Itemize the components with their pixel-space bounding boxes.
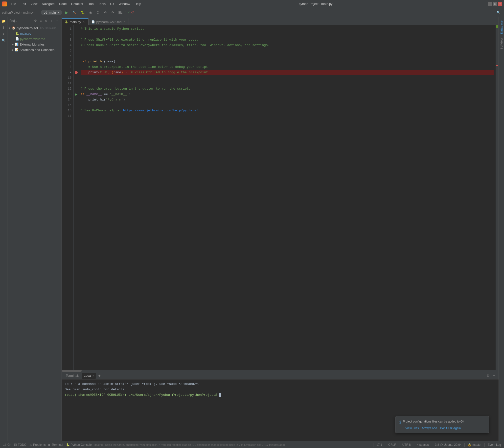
gutter-line-6 xyxy=(74,53,79,59)
project-tool-button[interactable]: 📁 xyxy=(1,18,6,24)
maximize-button[interactable]: □ xyxy=(493,2,497,6)
horizontal-scrollbar[interactable] xyxy=(62,370,499,372)
minimize-button[interactable]: — xyxy=(488,2,492,6)
tree-item-pycharm-wsl2-md[interactable]: 📄 pycharm-wsl2.md xyxy=(7,36,62,42)
encoding[interactable]: UTF-8 xyxy=(401,443,412,447)
breakpoint-indicator[interactable] xyxy=(75,71,78,74)
status-bar: ⎇ Git ☑ TODO ⚠ Problems ▶ Terminal 🐍 Pyt… xyxy=(0,441,504,448)
git-label: Git: xyxy=(118,11,123,14)
event-log-button[interactable]: Event Log xyxy=(487,443,502,447)
close-button[interactable]: × xyxy=(498,2,502,6)
menu-edit[interactable]: Edit xyxy=(19,1,28,7)
gutter-line-14 xyxy=(74,97,79,102)
branch-name: main xyxy=(49,11,56,14)
run-button[interactable]: ▶ xyxy=(64,9,69,16)
project-locate-button[interactable]: ⊕ xyxy=(44,18,49,23)
git-status-label: Git xyxy=(7,443,11,447)
project-panel-header: Proj... ⚙ ≡ ⊕ ↕ − xyxy=(7,17,62,24)
todo-tool-button[interactable]: ☑ TODO xyxy=(13,441,27,448)
always-add-button[interactable]: Always Add xyxy=(422,426,437,430)
terminal-tab-close[interactable]: × xyxy=(92,374,94,377)
find-tool-button[interactable]: 🔍 xyxy=(1,38,6,43)
branch-icon: ⎇ xyxy=(44,11,47,14)
cursor-position[interactable]: 17:1 xyxy=(375,443,383,447)
menu-help[interactable]: Help xyxy=(133,1,143,7)
terminal-tool-button[interactable]: ▶ Terminal xyxy=(47,441,64,448)
terminal-icon: ▶ xyxy=(48,443,51,447)
gutter-line-9[interactable] xyxy=(74,70,79,75)
terminal-minimize-button[interactable]: − xyxy=(492,373,497,378)
git-tool-button[interactable]: ⎇ Git xyxy=(2,441,12,448)
build-button[interactable]: 🔨 xyxy=(71,9,78,16)
code-content[interactable]: # This is a sample Python script. # Pres… xyxy=(79,25,496,370)
menu-code[interactable]: Code xyxy=(57,1,69,7)
menu-run[interactable]: Run xyxy=(86,1,96,7)
gutter-line-13[interactable]: ▶ xyxy=(74,92,79,97)
undo-button[interactable]: ↶ xyxy=(103,9,108,16)
gutter-line-17 xyxy=(74,113,79,119)
git-branch-selector[interactable]: ⎇ main ▾ xyxy=(41,10,62,15)
titlebar: File Edit View Navigate Code Refactor Ru… xyxy=(0,0,504,8)
menu-navigate[interactable]: Navigate xyxy=(40,1,56,7)
coverage-button[interactable]: ◉ xyxy=(88,9,93,16)
menu-window[interactable]: Window xyxy=(117,1,132,7)
root-expand-arrow: ▼ xyxy=(8,27,11,29)
terminal-settings-button[interactable]: ⚙ xyxy=(486,373,491,378)
tree-item-scratches[interactable]: ▶ 📝 Scratches and Consoles xyxy=(7,47,62,52)
terminal-tab-local[interactable]: Local × xyxy=(82,373,96,379)
tab-py-icon: 🐍 xyxy=(65,20,68,24)
project-root[interactable]: ▼ 🏠 pythonProject C:\Users\sjhar xyxy=(7,25,62,31)
menu-file[interactable]: File xyxy=(9,1,18,7)
search-everywhere-button[interactable]: 🔍 xyxy=(495,9,502,16)
tab-main-py[interactable]: 🐍 main.py × xyxy=(62,18,89,25)
tree-item-main-py[interactable]: 🐍 main.py xyxy=(7,31,62,36)
problems-tool-button[interactable]: ⚠ Problems xyxy=(28,441,47,448)
indent-settings[interactable]: 4 spaces xyxy=(416,443,430,447)
content-area: 📁 ⬆ ★ 🔍 Proj... ⚙ ≡ ⊕ ↕ − ▼ � xyxy=(0,17,504,441)
vcs-branch[interactable]: 🔒 master xyxy=(467,443,482,447)
code-line-17 xyxy=(81,113,494,119)
gutter-line-2 xyxy=(74,32,79,37)
debug-button[interactable]: 🐛 xyxy=(79,9,86,16)
code-line-10 xyxy=(81,75,494,81)
bookmarks-tool-button[interactable]: ★ xyxy=(1,31,6,37)
gutter-line-11 xyxy=(74,81,79,86)
python-version[interactable]: 3.8 @ Ubuntu 20.04 xyxy=(434,443,463,447)
dont-ask-again-button[interactable]: Don't Ask Again xyxy=(440,426,461,430)
menu-git[interactable]: Git xyxy=(108,1,116,7)
commit-tool-button[interactable]: ⬆ xyxy=(1,25,6,30)
project-sort-button[interactable]: ↕ xyxy=(49,18,54,23)
project-root-name: pythonProject xyxy=(17,26,38,30)
tree-item-external-libraries[interactable]: ▶ 📊 External Libraries xyxy=(7,42,62,47)
h-scroll-thumb[interactable] xyxy=(62,370,82,372)
project-expand-button[interactable]: ≡ xyxy=(38,18,43,23)
menu-refactor[interactable]: Refactor xyxy=(69,1,85,7)
terminal-tabs-bar: Terminal: Local × + ⚙ − xyxy=(62,372,499,379)
tab-pycharm-wsl2-md[interactable]: 📄 pycharm-wsl2.md × xyxy=(89,18,129,25)
right-sidebar: Database SciView xyxy=(499,17,504,441)
terminal-line-2: See "man sudo_root" for details. xyxy=(65,387,496,392)
ext-lib-icon: 📊 xyxy=(15,43,19,46)
git-ok-icon: ✓ xyxy=(127,11,130,14)
add-terminal-button[interactable]: + xyxy=(97,373,102,378)
redo-button[interactable]: ↷ xyxy=(110,9,115,16)
project-settings-button[interactable]: ⚙ xyxy=(33,18,38,23)
menu-tools[interactable]: Tools xyxy=(96,1,108,7)
menu-view[interactable]: View xyxy=(28,1,39,7)
vcs-branch-name: master xyxy=(472,443,481,447)
project-hide-button[interactable]: − xyxy=(55,18,60,23)
line-numbers: 12345 678910 1112131415 1617 xyxy=(62,25,74,370)
database-panel-button[interactable]: Database xyxy=(500,19,503,35)
profile-button[interactable]: ⏱ xyxy=(95,9,101,16)
python-console-button[interactable]: 🐍 Python Console xyxy=(65,441,93,448)
tab-main-py-close[interactable]: × xyxy=(83,20,85,24)
view-files-button[interactable]: View Files xyxy=(405,426,419,430)
main-toolbar: pythonProject › main.py ⎇ main ▾ ▶ 🔨 🐛 ◉… xyxy=(0,8,504,17)
pycharm-wsl2-label: pycharm-wsl2.md xyxy=(20,37,45,41)
line-ending[interactable]: CRLF xyxy=(387,443,397,447)
gutter-line-4 xyxy=(74,43,79,48)
problems-label: Problems xyxy=(33,443,46,447)
sciview-panel-button[interactable]: SciView xyxy=(500,37,503,50)
tab-pycharm-wsl2-close[interactable]: × xyxy=(123,20,126,24)
problems-icon: ⚠ xyxy=(29,443,32,447)
